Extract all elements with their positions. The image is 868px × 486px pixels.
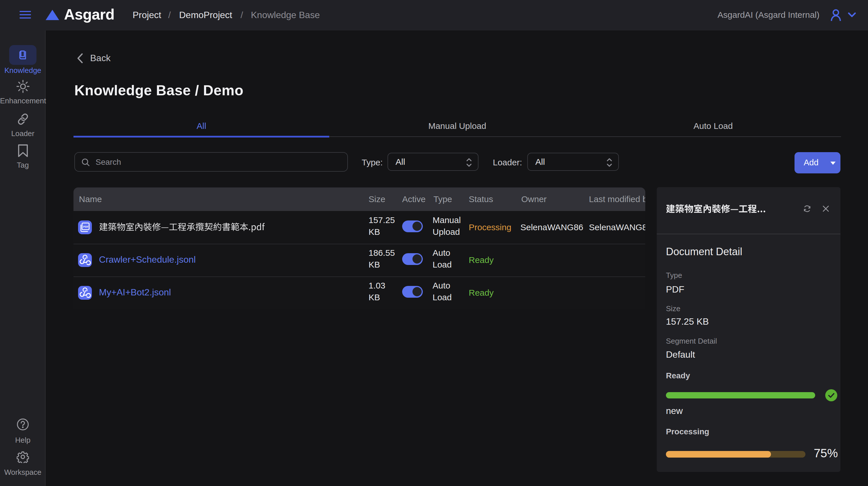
svg-text:PDF: PDF (83, 225, 89, 228)
